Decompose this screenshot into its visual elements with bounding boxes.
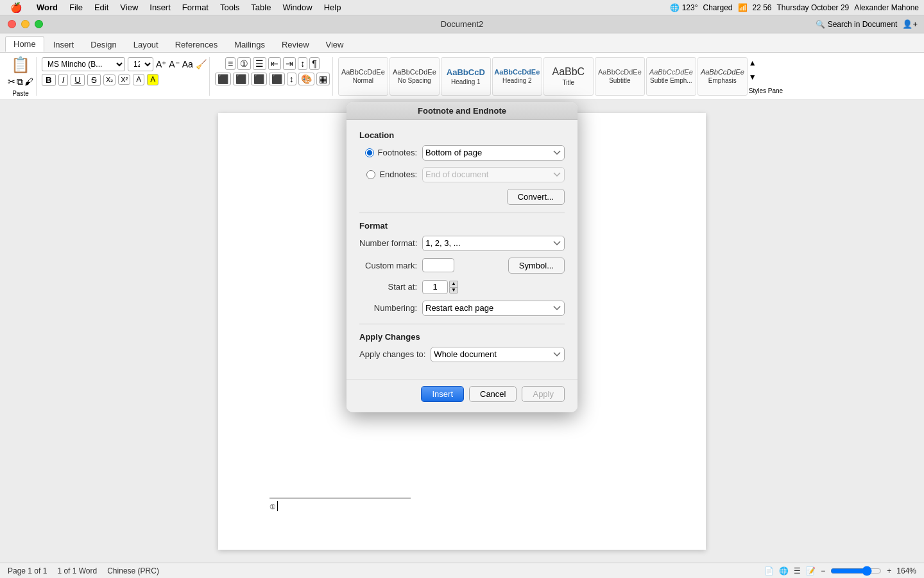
menubar-insert[interactable]: Insert (144, 1, 176, 13)
align-right-button[interactable]: ⬛ (251, 73, 267, 85)
tab-mailings[interactable]: Mailings (227, 37, 273, 52)
footnotes-radio[interactable] (365, 148, 374, 157)
align-center-button[interactable]: ⬛ (233, 73, 249, 85)
menubar-word[interactable]: Word (31, 1, 63, 13)
format-painter-icon[interactable]: 🖌 (24, 76, 33, 87)
endnotes-location-select[interactable]: End of document End of section (422, 167, 565, 182)
style-normal[interactable]: AaBbCcDdEe Normal (338, 57, 388, 96)
number-format-label: Number format: (359, 238, 417, 248)
numbering-button[interactable]: ① (237, 57, 251, 70)
tab-home[interactable]: Home (5, 36, 44, 52)
menubar-window[interactable]: Window (277, 1, 317, 13)
view-web-icon[interactable]: 🌐 (779, 566, 789, 575)
clear-format-icon[interactable]: 🧹 (196, 59, 207, 69)
style-no-spacing[interactable]: AaBbCcDdEe No Spacing (389, 57, 440, 96)
dialog-body: Location Footnotes: Bottom of page Below… (346, 120, 578, 379)
borders-button[interactable]: ▦ (316, 73, 330, 85)
tab-layout[interactable]: Layout (126, 37, 166, 52)
tab-insert[interactable]: Insert (46, 37, 82, 52)
menubar-help[interactable]: Help (319, 1, 346, 13)
number-format-row: Number format: 1, 2, 3, ... a, b, c, ...… (359, 236, 565, 251)
increase-indent-button[interactable]: ⇥ (283, 57, 296, 70)
styles-scroll-up[interactable]: ▲ (749, 58, 783, 67)
style-emphasis[interactable]: AaBbCcDdEe Emphasis (697, 57, 748, 96)
sort-button[interactable]: ↕ (298, 57, 307, 70)
insert-button[interactable]: Insert (421, 386, 464, 402)
menubar-edit[interactable]: Edit (89, 1, 114, 13)
decrease-font-icon[interactable]: A⁻ (169, 59, 179, 69)
endnotes-radio[interactable] (366, 170, 375, 179)
style-heading2[interactable]: AaBbCcDdEe Heading 2 (492, 57, 542, 96)
menubar-view[interactable]: View (115, 1, 143, 13)
search-icon[interactable]: 🔍 Search in Document (816, 20, 897, 29)
symbol-button[interactable]: Symbol... (508, 258, 565, 274)
increase-font-icon[interactable]: A⁺ (156, 59, 166, 69)
minimize-button[interactable] (21, 20, 30, 28)
convert-button[interactable]: Convert... (507, 189, 565, 205)
custom-mark-input[interactable] (422, 258, 454, 272)
style-subtitle[interactable]: AaBbCcDdEe Subtitle (595, 57, 645, 96)
menubar-tools[interactable]: Tools (215, 1, 244, 13)
tab-references[interactable]: References (167, 37, 225, 52)
zoom-in-button[interactable]: + (887, 566, 891, 575)
styles-scroll-down[interactable]: ▼ (749, 73, 783, 82)
start-at-increment[interactable]: ▲ (449, 281, 458, 287)
start-at-decrement[interactable]: ▼ (449, 287, 458, 293)
footnotes-location-select[interactable]: Bottom of page Below text (422, 145, 565, 161)
font-color-button[interactable]: A (133, 74, 144, 85)
paste-button[interactable]: 📋 (11, 56, 30, 74)
shading-button[interactable]: 🎨 (298, 73, 314, 85)
tab-view[interactable]: View (318, 37, 352, 52)
line-spacing-button[interactable]: ↕ (287, 73, 296, 85)
zoom-out-button[interactable]: − (821, 566, 825, 575)
multilevel-button[interactable]: ☰ (253, 57, 266, 70)
view-outline-icon[interactable]: ☰ (794, 566, 801, 575)
styles-pane-button[interactable]: Styles Pane (749, 87, 783, 94)
style-title[interactable]: AaBbC Title (543, 57, 594, 96)
zoom-slider[interactable] (830, 566, 882, 576)
number-format-select[interactable]: 1, 2, 3, ... a, b, c, ... A, B, C, ... i… (422, 236, 565, 251)
tab-review[interactable]: Review (274, 37, 317, 52)
superscript-button[interactable]: X² (118, 74, 130, 85)
share-icon[interactable]: 👤+ (902, 19, 918, 29)
copy-icon[interactable]: ⧉ (17, 76, 23, 87)
cut-icon[interactable]: ✂ (8, 76, 15, 87)
apply-button[interactable]: Apply (522, 386, 565, 402)
statusbar-right: 📄 🌐 ☰ 📝 − + 164% (764, 566, 916, 576)
menubar-format[interactable]: Format (177, 1, 214, 13)
change-case-icon[interactable]: Aa (182, 59, 193, 69)
subscript-button[interactable]: X₂ (103, 74, 116, 85)
apply-changes-to-select[interactable]: Whole document This section (431, 347, 565, 362)
numbering-label: Numbering: (359, 303, 417, 313)
italic-button[interactable]: I (58, 74, 69, 86)
strikethrough-button[interactable]: S (87, 74, 101, 86)
underline-button[interactable]: U (71, 74, 85, 86)
style-heading1[interactable]: AaBbCcD Heading 1 (441, 57, 491, 96)
document-title: Document2 (441, 19, 483, 29)
align-left-button[interactable]: ⬛ (215, 73, 231, 85)
footnotes-row: Footnotes: Bottom of page Below text (359, 145, 565, 161)
apply-changes-to-row: Apply changes to: Whole document This se… (359, 347, 565, 362)
menubar-file[interactable]: File (64, 1, 88, 13)
close-button[interactable] (8, 20, 16, 28)
show-formatting-button[interactable]: ¶ (309, 57, 320, 70)
highlight-button[interactable]: A (147, 74, 158, 85)
apple-menu[interactable]: 🍎 (5, 1, 28, 15)
start-at-input[interactable] (422, 280, 448, 294)
cancel-button[interactable]: Cancel (469, 386, 517, 402)
paste-label: Paste (12, 90, 29, 97)
tab-design[interactable]: Design (83, 37, 124, 52)
style-subtle-emphasis[interactable]: AaBbCcDdEe Subtle Emph... (646, 57, 696, 96)
font-size-select[interactable]: 12 (128, 57, 153, 71)
decrease-indent-button[interactable]: ⇤ (268, 57, 281, 70)
bullets-button[interactable]: ≡ (225, 57, 235, 70)
view-draft-icon[interactable]: 📝 (806, 566, 816, 575)
menubar-left: 🍎 Word File Edit View Insert Format Tool… (5, 1, 346, 15)
numbering-select[interactable]: Restart each page Restart each section C… (422, 301, 565, 316)
bold-button[interactable]: B (42, 74, 56, 86)
fullscreen-button[interactable] (35, 20, 43, 28)
view-print-icon[interactable]: 📄 (764, 566, 774, 575)
justify-button[interactable]: ⬛ (269, 73, 285, 85)
font-family-select[interactable]: MS Mincho (B... (42, 57, 125, 71)
menubar-table[interactable]: Table (246, 1, 276, 13)
